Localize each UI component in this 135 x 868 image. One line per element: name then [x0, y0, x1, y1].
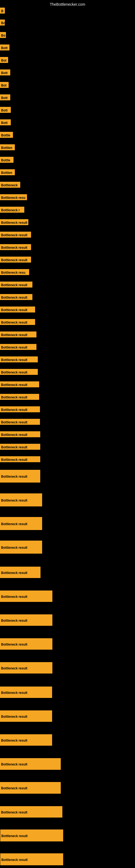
bottleneck-label-35: Bottleneck result — [0, 444, 40, 450]
bottleneck-label-38: Bottleneck result — [0, 493, 42, 506]
bottleneck-label-37: Bottleneck result — [0, 470, 40, 483]
site-title: TheBottlenecker.com — [50, 2, 85, 6]
bottleneck-label-20: Bottleneck result — [0, 257, 31, 262]
bottleneck-label-0: B — [0, 8, 5, 13]
bottleneck-label-26: Bottleneck result — [0, 332, 37, 337]
bottleneck-label-22: Bottleneck result — [0, 282, 32, 287]
bottleneck-label-19: Bottleneck result — [0, 244, 31, 250]
bottleneck-label-46: Bottleneck result — [0, 686, 52, 698]
bottleneck-label-45: Bottleneck result — [0, 662, 52, 674]
bottleneck-label-24: Bottleneck result — [0, 307, 35, 312]
bottleneck-label-36: Bottleneck result — [0, 456, 40, 462]
bottleneck-label-33: Bottleneck result — [0, 419, 40, 425]
bottleneck-label-1: Bo — [0, 20, 5, 26]
bottleneck-label-4: Bot — [0, 57, 8, 63]
bottleneck-label-6: Bot — [0, 82, 9, 88]
bottleneck-label-30: Bottleneck result — [0, 381, 39, 388]
bottleneck-label-7: Bott — [0, 94, 10, 100]
bottleneck-label-23: Bottleneck result — [0, 294, 32, 300]
bottleneck-label-12: Bottle — [0, 157, 13, 163]
bottleneck-label-15: Bottleneck resu — [0, 194, 27, 200]
bottleneck-label-51: Bottleneck result — [0, 806, 62, 817]
bottleneck-label-14: Bottleneck — [0, 182, 20, 188]
bottleneck-label-41: Bottleneck result — [0, 567, 41, 578]
bottleneck-label-25: Bottleneck result — [0, 319, 35, 325]
bottleneck-label-44: Bottleneck result — [0, 638, 52, 650]
bottleneck-label-34: Bottleneck result — [0, 431, 40, 437]
bottleneck-label-21: Bottleneck resu — [0, 269, 29, 275]
bottleneck-label-39: Bottleneck result — [0, 517, 42, 530]
bottleneck-label-27: Bottleneck result — [0, 344, 37, 350]
bottleneck-label-5: Bott — [0, 69, 10, 75]
bottleneck-label-49: Bottleneck result — [0, 758, 61, 770]
bottleneck-label-53: Bottleneck result — [0, 854, 63, 865]
bottleneck-label-31: Bottleneck result — [0, 394, 39, 400]
bottleneck-label-40: Bottleneck result — [0, 540, 42, 554]
bottleneck-label-2: Bo — [0, 32, 6, 38]
bottleneck-label-3: Bott — [0, 44, 9, 51]
bottleneck-label-52: Bottleneck result — [0, 830, 63, 841]
bottleneck-label-10: Bottle — [0, 132, 13, 138]
bottleneck-label-47: Bottleneck result — [0, 710, 52, 722]
bottleneck-label-11: Bottlen — [0, 144, 15, 150]
bottleneck-label-28: Bottleneck result — [0, 356, 38, 362]
bottleneck-label-29: Bottleneck result — [0, 369, 38, 375]
bottleneck-label-17: Bottleneck result — [0, 219, 28, 225]
bottleneck-label-9: Bott — [0, 119, 11, 125]
bottleneck-label-43: Bottleneck result — [0, 614, 52, 626]
bottleneck-label-13: Bottlen — [0, 169, 15, 175]
bottleneck-label-8: Bott — [0, 107, 11, 113]
bottleneck-label-18: Bottleneck result — [0, 231, 31, 238]
bottleneck-label-42: Bottleneck result — [0, 590, 52, 602]
bottleneck-label-48: Bottleneck result — [0, 734, 52, 746]
bottleneck-label-50: Bottleneck result — [0, 782, 61, 794]
bottleneck-label-32: Bottleneck result — [0, 406, 40, 412]
bottleneck-label-16: Bottleneck r — [0, 207, 24, 213]
